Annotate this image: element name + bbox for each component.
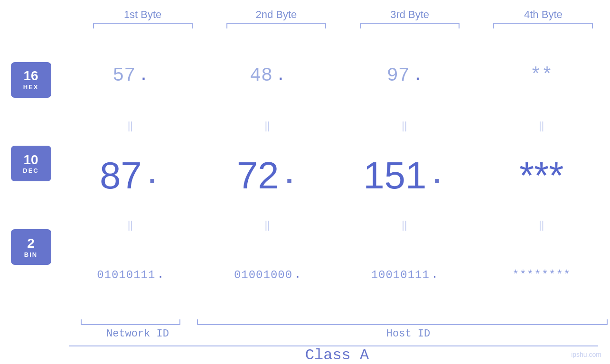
dec-cell-2: 72 . [203,154,331,197]
bin-cell-1: 01010111 . [66,269,194,281]
data-area: 57 . 48 . 97 . ** || || || [62,33,610,317]
watermark: ipshu.com [571,351,601,358]
eq1-2: || [203,120,331,132]
dec-label: DEC [23,167,38,174]
dec-dot-3: . [429,159,446,192]
hex-val-3: 97 [387,65,410,86]
bracket-1 [93,23,193,28]
byte2-label: 2nd Byte [212,9,340,21]
dec-cell-1: 87 . [66,154,194,197]
hex-val-4: ** [530,65,553,86]
byte4-label: 4th Byte [479,9,607,21]
content-area: 16 HEX 10 DEC 2 BIN 57 . 48 [0,33,610,317]
bin-cell-2: 01001000 . [203,269,331,281]
bin-cell-3: 10010111 . [340,269,469,281]
eq2-1: || [66,219,194,231]
hex-dot-1: . [139,68,148,84]
eq1-1: || [66,120,194,132]
network-id-label: Network ID [69,328,206,340]
dec-val-1: 87 [100,154,142,197]
hex-cell-4: ** [478,65,606,86]
bracket-3 [360,23,460,28]
equals-row-2: || || || || [62,218,610,232]
hex-dot-2: . [276,68,285,84]
hex-number: 16 [23,69,38,84]
class-label-container: Class A [69,346,610,364]
bin-val-4: ******** [512,269,571,281]
hex-cell-3: 97 . [340,65,469,86]
host-bracket [197,319,608,325]
eq2-4: || [478,219,606,231]
eq2-3: || [340,219,469,231]
bottom-section: Network ID Host ID Class A [0,319,610,364]
host-id-label: Host ID [206,328,610,340]
bin-dot-1: . [157,269,163,281]
id-labels: Network ID Host ID [69,328,610,340]
main-container: 1st Byte 2nd Byte 3rd Byte 4th Byte 16 H… [0,0,610,364]
eq2-2: || [203,219,331,231]
top-brackets [0,23,610,28]
bin-val-2: 01001000 [234,269,292,281]
bin-val-1: 01010111 [97,269,155,281]
hex-cell-1: 57 . [66,65,194,86]
header-row: 1st Byte 2nd Byte 3rd Byte 4th Byte [0,9,610,21]
eq1-3: || [340,120,469,132]
byte3-label: 3rd Byte [346,9,474,21]
dec-val-4: *** [519,154,563,197]
bin-label: BIN [24,251,38,258]
hex-badge: 16 HEX [11,62,51,98]
bin-row: 01010111 . 01001000 . 10010111 . *******… [62,232,610,317]
bin-number: 2 [27,236,35,251]
equals-row-1: || || || || [62,119,610,133]
bracket-4 [493,23,593,28]
byte1-label: 1st Byte [79,9,207,21]
dec-cell-3: 151 . [340,154,469,197]
bin-dot-2: . [294,269,300,281]
bin-badge: 2 BIN [11,229,51,265]
dec-dot-1: . [144,159,161,192]
dec-val-3: 151 [363,154,426,197]
hex-row: 57 . 48 . 97 . ** [62,33,610,119]
dec-row: 87 . 72 . 151 . *** [62,133,610,218]
bin-dot-3: . [432,269,438,281]
eq1-4: || [478,120,606,132]
hex-val-2: 48 [250,65,272,86]
dec-dot-2: . [281,159,298,192]
dec-val-2: 72 [237,154,279,197]
class-label: Class A [305,346,369,364]
bin-cell-4: ******** [478,269,606,281]
bracket-2 [226,23,326,28]
network-bracket [81,319,180,325]
labels-col: 16 HEX 10 DEC 2 BIN [0,33,62,317]
hex-val-1: 57 [113,65,135,86]
hex-dot-3: . [413,68,422,84]
bin-val-3: 10010111 [371,269,430,281]
dec-cell-4: *** [478,154,606,197]
hex-cell-2: 48 . [203,65,331,86]
hex-label: HEX [23,84,39,91]
dec-badge: 10 DEC [11,146,51,181]
dec-number: 10 [23,153,38,168]
